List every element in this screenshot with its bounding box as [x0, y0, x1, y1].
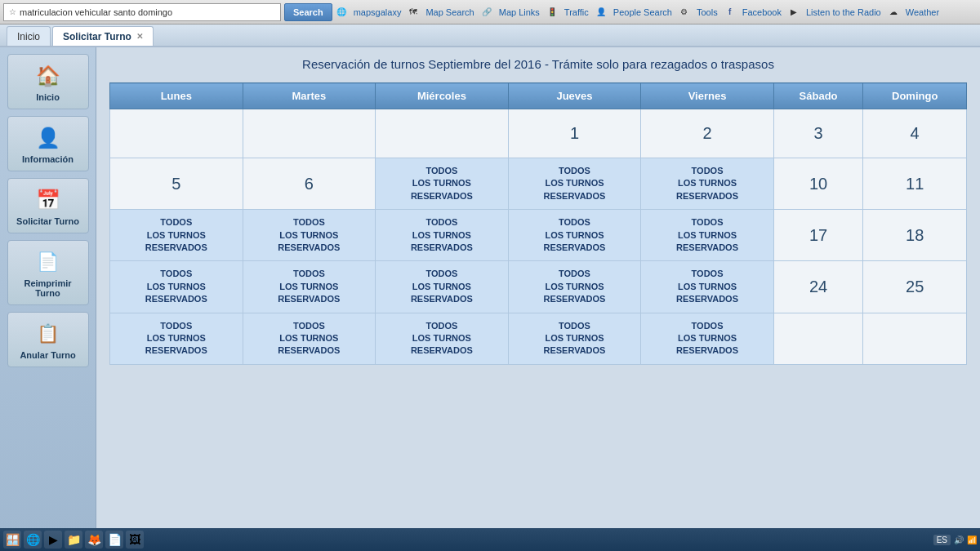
mapsearch-icon: 🗺 [408, 7, 419, 18]
reserved-text: TODOSLOS TURNOSRESERVADOS [115, 320, 238, 358]
table-row: 5 6 TODOSLOS TURNOSRESERVADOS TODOSLOS T… [110, 158, 967, 210]
reserved-text: TODOSLOS TURNOSRESERVADOS [514, 320, 636, 358]
sidebar-anular-label: Anular Turno [20, 350, 75, 360]
content-area: Reservación de turnos Septiembre del 201… [96, 47, 980, 533]
radio-icon: ▶ [788, 7, 800, 18]
sidebar-item-reimprimir-turno[interactable]: 📄 Reimprimir Turno [7, 240, 89, 305]
mapsgalaxy-link[interactable]: mapsgalaxy [354, 7, 402, 17]
taskbar-volume-icon: 🔊 [954, 535, 964, 544]
table-row: TODOSLOS TURNOSRESERVADOS TODOSLOS TURNO… [110, 210, 967, 261]
cell-row3-mon: TODOSLOS TURNOSRESERVADOS [110, 210, 243, 261]
cell-row4-sat: 24 [773, 261, 863, 313]
taskbar-image-icon[interactable]: 🖼 [126, 531, 144, 549]
cell-row4-thu: TODOSLOS TURNOSRESERVADOS [508, 261, 641, 313]
cell-row2-wed: TODOSLOS TURNOSRESERVADOS [376, 158, 509, 210]
day-10: 10 [809, 175, 827, 193]
cell-row2-sat: 10 [773, 158, 863, 210]
reserved-text: TODOSLOS TURNOSRESERVADOS [381, 268, 503, 305]
people-search-link[interactable]: People Search [613, 7, 672, 17]
page-title: Reservación de turnos Septiembre del 201… [109, 57, 967, 71]
day-17: 17 [809, 226, 827, 244]
day-25: 25 [906, 278, 924, 295]
cell-row4-mon: TODOSLOS TURNOSRESERVADOS [110, 261, 243, 313]
mapsgalaxy-icon: 🌐 [336, 7, 347, 18]
sidebar-item-solicitar-turno[interactable]: 📅 Solicitar Turno [7, 178, 89, 233]
taskbar-right: ES 🔊 📶 [933, 535, 977, 545]
reserved-text: TODOSLOS TURNOSRESERVADOS [381, 320, 503, 358]
tab-close-icon[interactable]: ✕ [136, 32, 143, 41]
cell-row1-thu: 1 [508, 109, 641, 158]
cell-row4-tue: TODOSLOS TURNOSRESERVADOS [243, 261, 376, 313]
sidebar-reimprimir-label: Reimprimir Turno [11, 278, 85, 298]
taskbar-windows-icon[interactable]: 🪟 [3, 531, 21, 549]
mapsearch-link[interactable]: Map Search [425, 7, 474, 17]
traffic-link[interactable]: Traffic [564, 7, 589, 17]
table-row: TODOSLOS TURNOSRESERVADOS TODOSLOS TURNO… [110, 261, 967, 313]
sidebar-item-informacion[interactable]: 👤 Información [7, 116, 89, 171]
cell-row4-fri: TODOSLOS TURNOSRESERVADOS [641, 261, 774, 313]
sidebar-informacion-label: Información [22, 154, 74, 164]
cell-row5-thu: TODOSLOS TURNOSRESERVADOS [508, 313, 641, 364]
cell-row5-sun [863, 313, 967, 364]
taskbar-network-icon: 📶 [967, 535, 977, 544]
cell-row2-tue: 6 [243, 158, 376, 210]
header-viernes: Viernes [641, 83, 774, 109]
taskbar-browser-icon[interactable]: 🌐 [24, 531, 42, 549]
toolbar-links: 🌐 mapsgalaxy 🗺 Map Search 🔗 Map Links 🚦 … [336, 7, 939, 18]
calendar-icon: 📅 [33, 185, 63, 215]
reserved-text: TODOSLOS TURNOSRESERVADOS [115, 268, 238, 305]
radio-link[interactable]: Listen to the Radio [806, 7, 881, 17]
cell-row3-sat: 17 [773, 210, 863, 261]
table-row: 1 2 3 4 [110, 109, 967, 158]
taskbar: 🪟 🌐 ▶ 📁 🦊 📄 🖼 ES 🔊 📶 [0, 528, 980, 551]
facebook-link[interactable]: Facebook [742, 7, 782, 17]
reserved-text: TODOSLOS TURNOSRESERVADOS [514, 268, 636, 305]
browser-toolbar: ☆ matriculacion vehicular santo domingo … [0, 0, 980, 24]
cell-row1-tue [243, 109, 376, 158]
taskbar-folder-icon[interactable]: 📁 [65, 531, 82, 549]
url-bar[interactable]: ☆ matriculacion vehicular santo domingo [3, 3, 281, 21]
tab-inicio[interactable]: Inicio [7, 26, 51, 46]
traffic-icon: 🚦 [546, 7, 558, 18]
cancel-icon: 📋 [33, 319, 63, 349]
day-1: 1 [570, 124, 579, 142]
cell-row2-mon: 5 [110, 158, 243, 210]
sidebar-solicitar-label: Solicitar Turno [16, 216, 79, 226]
cell-row5-tue: TODOSLOS TURNOSRESERVADOS [243, 313, 376, 364]
cell-row3-wed: TODOSLOS TURNOSRESERVADOS [376, 210, 509, 261]
tools-link[interactable]: Tools [697, 7, 718, 17]
header-miercoles: Miércoles [376, 83, 509, 109]
person-icon: 👤 [33, 123, 63, 153]
people-icon: 👤 [595, 7, 607, 18]
cell-row4-sun: 25 [863, 261, 967, 313]
cell-row5-sat [773, 313, 863, 364]
sidebar-inicio-label: Inicio [36, 92, 60, 102]
tools-icon: ⚙ [679, 7, 690, 18]
taskbar-pdf-icon[interactable]: 📄 [105, 531, 123, 549]
cell-row5-fri: TODOSLOS TURNOSRESERVADOS [641, 313, 774, 364]
day-18: 18 [906, 226, 924, 244]
sidebar-item-inicio[interactable]: 🏠 Inicio [7, 54, 89, 109]
reserved-text: TODOSLOS TURNOSRESERVADOS [646, 216, 768, 254]
day-6: 6 [305, 175, 314, 193]
url-text: matriculacion vehicular santo domingo [20, 7, 172, 17]
reserved-text: TODOSLOS TURNOSRESERVADOS [248, 216, 371, 254]
tab-solicitar-turno[interactable]: Solicitar Turno ✕ [52, 26, 154, 46]
cell-row4-wed: TODOSLOS TURNOSRESERVADOS [376, 261, 509, 313]
cell-row1-sat: 3 [773, 109, 863, 158]
header-jueves: Jueves [508, 83, 641, 109]
taskbar-play-icon[interactable]: ▶ [44, 531, 62, 549]
cell-row3-fri: TODOSLOS TURNOSRESERVADOS [641, 210, 774, 261]
reserved-text: TODOSLOS TURNOSRESERVADOS [248, 320, 371, 358]
sidebar-item-anular-turno[interactable]: 📋 Anular Turno [7, 312, 89, 367]
maplinks-link[interactable]: Map Links [499, 7, 540, 17]
tab-inicio-label: Inicio [17, 31, 40, 42]
search-button[interactable]: Search [284, 3, 332, 21]
header-lunes: Lunes [110, 83, 243, 109]
taskbar-firefox-icon[interactable]: 🦊 [85, 531, 103, 549]
reserved-text: TODOSLOS TURNOSRESERVADOS [381, 216, 503, 254]
cell-row2-sun: 11 [863, 158, 967, 210]
cell-row1-fri: 2 [641, 109, 774, 158]
cell-row2-fri: TODOSLOS TURNOSRESERVADOS [641, 158, 774, 210]
weather-link[interactable]: Weather [906, 7, 939, 17]
